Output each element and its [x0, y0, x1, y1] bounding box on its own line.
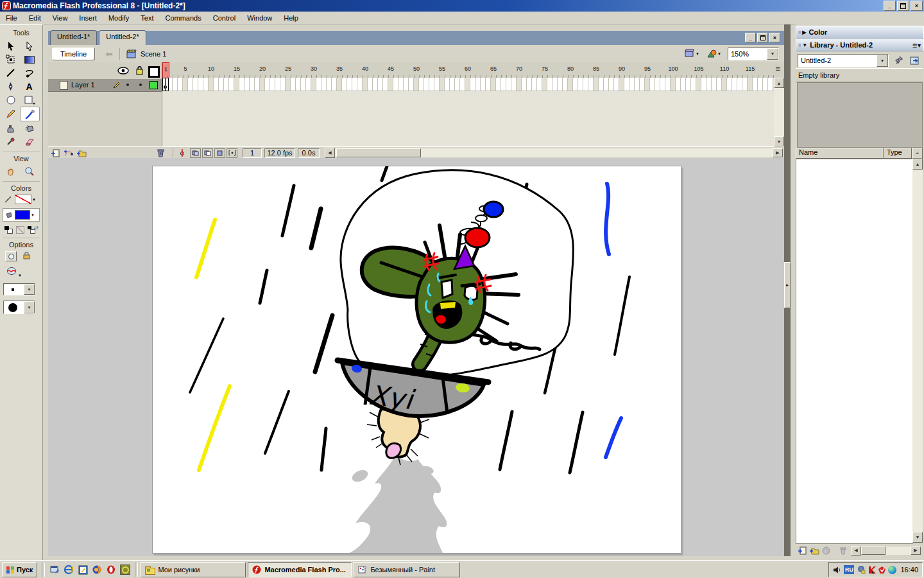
menu-commands[interactable]: Commands — [159, 12, 207, 24]
minimize-button[interactable]: _ — [884, 1, 896, 11]
pot-text[interactable]: Хуі — [368, 379, 417, 416]
panel-collapse-grip[interactable]: ▸ — [784, 24, 791, 556]
color-panel-expand-icon[interactable]: ▶ — [802, 30, 806, 35]
library-hscroll-left-icon[interactable]: ◀ — [851, 546, 861, 556]
close-button[interactable]: × — [911, 1, 923, 11]
timeline-hscroll-thumb[interactable] — [336, 148, 421, 157]
no-color-button[interactable] — [16, 226, 24, 234]
timeline-hscroll-right-icon[interactable]: ▶ — [773, 148, 783, 157]
volume-icon[interactable] — [833, 566, 841, 574]
zoom-dropdown-arrow[interactable]: ▼ — [767, 48, 778, 60]
timeline-scroll-up-icon[interactable]: ▲ — [774, 78, 784, 88]
text-tool[interactable]: A — [20, 80, 38, 93]
ink-bottle-tool[interactable] — [1, 121, 20, 135]
library-hscroll-right-icon[interactable]: ▶ — [911, 547, 921, 555]
rain-strokes-blue[interactable] — [606, 184, 621, 457]
stage[interactable]: Хуі — [152, 166, 681, 554]
free-transform-tool[interactable] — [1, 53, 20, 66]
eraser-tool[interactable] — [20, 135, 38, 148]
library-options-menu-icon[interactable]: ≣▾ — [912, 42, 921, 49]
shadow-splash[interactable] — [349, 455, 447, 553]
selection-tool[interactable] — [1, 39, 20, 53]
delete-item-button[interactable] — [839, 547, 847, 555]
doc-minimize-button[interactable]: _ — [745, 33, 756, 42]
menu-insert[interactable]: Insert — [73, 12, 103, 24]
frame-ruler[interactable]: 5101520253035404550556065707580859095100… — [162, 62, 774, 78]
library-panel-collapse-icon[interactable]: ▼ — [802, 42, 807, 48]
show-hide-all-layers-icon[interactable] — [117, 67, 129, 74]
library-pin-icon[interactable] — [894, 55, 904, 66]
task-button-flash[interactable]: Macromedia Flash Pro... — [248, 562, 352, 577]
layer-row[interactable]: Layer 1 — [48, 79, 162, 92]
swap-colors-button[interactable]: ⇄ — [28, 226, 37, 234]
color-panel-grip-icon[interactable]: ⁞⁞ — [798, 30, 800, 35]
doc-restore-button[interactable] — [757, 33, 768, 42]
restore-button[interactable] — [897, 1, 909, 11]
opera-icon[interactable] — [105, 564, 117, 575]
column-header-name[interactable]: Name — [796, 148, 884, 159]
timeline-vscrollbar[interactable]: ▲ ▼ — [774, 78, 784, 146]
editor-shortcut-icon[interactable] — [77, 564, 89, 575]
modify-onion-markers-button[interactable] — [227, 148, 237, 158]
library-document-dropdown-arrow[interactable]: ▼ — [877, 55, 888, 67]
zoom-tool[interactable] — [20, 164, 38, 178]
firefox-icon[interactable] — [91, 564, 103, 575]
default-colors-button[interactable] — [4, 226, 13, 234]
lock-fill-toggle[interactable] — [22, 251, 31, 261]
doc-close-button[interactable]: × — [769, 33, 780, 42]
tab-untitled-1[interactable]: Untitled-1* — [50, 30, 97, 45]
menu-help[interactable]: Help — [278, 12, 304, 24]
menu-edit[interactable]: Edit — [23, 12, 47, 24]
stage-artwork[interactable]: Хуі — [153, 166, 681, 553]
tray-clock[interactable]: 16:40 — [900, 566, 918, 574]
timeline-toggle-button[interactable]: Timeline — [52, 48, 95, 60]
network-globe-icon[interactable] — [857, 565, 866, 574]
menu-control[interactable]: Control — [207, 12, 241, 24]
menu-text[interactable]: Text — [135, 12, 159, 24]
frame-rate-field[interactable]: 12.0 fps — [264, 148, 295, 158]
layer-lock-dot[interactable] — [139, 83, 142, 86]
task-button-pictures[interactable]: Мои рисунки — [141, 562, 246, 577]
internet-explorer-icon[interactable] — [63, 564, 74, 575]
scene-name[interactable]: Scene 1 — [141, 50, 166, 58]
oval-tool[interactable] — [1, 93, 20, 107]
zoom-select[interactable]: 150% ▼ — [728, 48, 779, 60]
new-symbol-button[interactable] — [798, 546, 807, 555]
menu-window[interactable]: Window — [241, 12, 278, 24]
library-panel-header[interactable]: ⁞⁞ ▼ Library - Untitled-2 ≣▾ — [796, 39, 924, 51]
brush-mode-button[interactable]: ▼ — [6, 267, 22, 278]
library-hscrollbar[interactable]: ▶ — [861, 547, 921, 555]
library-vscrollbar[interactable]: ▲ ▼ — [912, 159, 923, 543]
edit-multiple-frames-button[interactable] — [214, 148, 225, 158]
root-tip[interactable] — [386, 443, 401, 458]
new-folder-button[interactable] — [809, 547, 820, 555]
rain-strokes-yellow[interactable] — [196, 220, 230, 470]
subselection-tool[interactable] — [20, 39, 38, 53]
insert-layer-folder-button[interactable] — [76, 149, 87, 157]
menu-file[interactable]: File — [0, 12, 23, 24]
layer-visibility-dot[interactable] — [126, 83, 129, 86]
library-scroll-up-icon[interactable]: ▲ — [912, 159, 923, 170]
onion-skin-outlines-button[interactable] — [202, 148, 213, 158]
panel-collapse-arrow-button[interactable]: ▸ — [784, 262, 791, 308]
menu-modify[interactable]: Modify — [103, 12, 135, 24]
line-tool[interactable] — [1, 66, 20, 80]
red-balloon[interactable] — [465, 228, 490, 247]
sort-order-icon[interactable]: ≐ — [912, 148, 923, 159]
canvas-area[interactable]: Хуі — [48, 158, 784, 556]
brush-size-arrow[interactable]: ▼ — [24, 284, 35, 295]
library-scroll-down-icon[interactable]: ▼ — [912, 532, 923, 543]
brush-shape-select[interactable]: ▼ — [3, 301, 35, 314]
insert-layer-button[interactable] — [51, 148, 61, 157]
rectangle-tool[interactable] — [20, 93, 38, 107]
start-button[interactable]: Пуск — [2, 562, 37, 577]
show-desktop-icon[interactable] — [49, 564, 60, 575]
center-frame-button[interactable] — [178, 148, 186, 157]
hand-tool[interactable] — [1, 164, 20, 178]
color-panel-header[interactable]: ⁞⁞ ▶ Color — [796, 26, 924, 39]
add-motion-guide-button[interactable] — [64, 148, 74, 157]
stroke-color-swatch[interactable] — [15, 195, 31, 204]
new-library-window-icon[interactable] — [909, 56, 920, 66]
onion-skin-button[interactable] — [190, 148, 201, 158]
pencil-tool[interactable] — [1, 107, 20, 120]
